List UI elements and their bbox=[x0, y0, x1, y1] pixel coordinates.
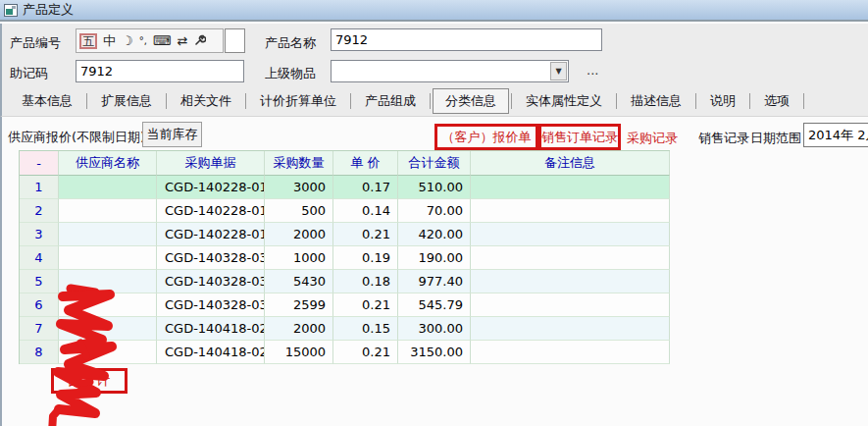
table-row[interactable]: 2 CGD-140228-01 500 0.14 70.00 bbox=[20, 199, 670, 223]
purchase-record-button[interactable]: 采购记录 bbox=[627, 130, 678, 147]
cell-note[interactable] bbox=[471, 341, 670, 364]
parent-item-combobox[interactable]: ▼ bbox=[331, 60, 569, 82]
product-no-field[interactable] bbox=[225, 28, 245, 53]
cell-amount[interactable]: 70.00 bbox=[398, 199, 471, 223]
table-row[interactable]: 3 CGD-140228-01 2000 0.21 420.00 bbox=[20, 223, 670, 246]
ime-swap-icon[interactable]: ⇄ bbox=[178, 34, 188, 47]
mnemonic-input[interactable] bbox=[76, 60, 244, 82]
tab-pricing-unit[interactable]: 计价折算单位 bbox=[248, 89, 348, 113]
col-header-supplier[interactable]: 供应商名称 bbox=[59, 151, 157, 176]
cell-row-number[interactable]: 1 bbox=[20, 176, 59, 199]
cell-doc[interactable]: CGD-140328-03 bbox=[157, 246, 265, 270]
tab-options[interactable]: 选项 bbox=[752, 89, 801, 113]
cell-row-number[interactable]: 3 bbox=[20, 223, 59, 246]
cell-amount[interactable]: 977.40 bbox=[398, 270, 471, 293]
ime-toolbar[interactable]: 五 中 ☽ °, ⌨ ⇄ bbox=[76, 28, 224, 53]
cell-row-number[interactable]: 2 bbox=[20, 199, 59, 223]
cell-note[interactable] bbox=[471, 293, 670, 317]
cell-supplier[interactable] bbox=[59, 317, 157, 341]
cell-note[interactable] bbox=[471, 270, 670, 293]
cell-note[interactable] bbox=[471, 199, 670, 223]
cell-doc[interactable]: CGD-140418-02 bbox=[157, 317, 265, 341]
cell-qty[interactable]: 1000 bbox=[265, 246, 333, 270]
ime-punctuation-icon[interactable]: °, bbox=[139, 36, 147, 46]
table-row[interactable]: 5 CGD-140328-03 5430 0.18 977.40 bbox=[20, 270, 670, 293]
cell-price[interactable]: 0.14 bbox=[333, 199, 398, 223]
ime-wubi-icon[interactable]: 五 bbox=[79, 33, 97, 49]
cell-qty[interactable]: 2000 bbox=[265, 317, 333, 341]
current-stock-button[interactable]: 当前库存 bbox=[142, 122, 202, 147]
cell-supplier[interactable] bbox=[59, 341, 157, 364]
cell-price[interactable]: 0.19 bbox=[333, 246, 398, 270]
cell-supplier[interactable] bbox=[59, 176, 157, 199]
cell-doc[interactable]: CGD-140328-03 bbox=[157, 270, 265, 293]
cell-qty[interactable]: 2599 bbox=[265, 293, 333, 317]
cell-qty[interactable]: 500 bbox=[265, 199, 333, 223]
ime-keyboard-icon[interactable]: ⌨ bbox=[153, 34, 172, 47]
cell-doc[interactable]: CGD-140418-02 bbox=[157, 341, 265, 364]
cell-qty[interactable]: 5430 bbox=[265, 270, 333, 293]
cell-qty[interactable]: 15000 bbox=[265, 341, 333, 364]
supplier-quote-button[interactable]: 供应商报价(不限制日期) bbox=[8, 129, 145, 146]
tab-description-info[interactable]: 描述信息 bbox=[619, 89, 693, 113]
product-name-input[interactable] bbox=[331, 28, 602, 51]
tab-entity-attributes[interactable]: 实体属性定义 bbox=[514, 89, 614, 113]
col-header-note[interactable]: 备注信息 bbox=[471, 151, 670, 176]
cell-price[interactable]: 0.21 bbox=[333, 341, 398, 364]
cell-qty[interactable]: 3000 bbox=[265, 176, 333, 199]
cell-supplier[interactable] bbox=[59, 293, 157, 317]
col-header-price[interactable]: 单 价 bbox=[333, 151, 398, 176]
cell-supplier[interactable] bbox=[59, 223, 157, 246]
cell-price[interactable]: 0.21 bbox=[333, 293, 398, 317]
sales-record-button[interactable]: 销售记录 bbox=[698, 130, 749, 147]
tab-basic-info[interactable]: 基本信息 bbox=[10, 89, 84, 113]
cell-price[interactable]: 0.21 bbox=[333, 223, 398, 246]
cell-row-number[interactable]: 8 bbox=[20, 341, 59, 364]
ime-chinese-mode-icon[interactable]: 中 bbox=[103, 34, 116, 47]
cell-price[interactable]: 0.17 bbox=[333, 176, 398, 199]
ime-halfwidth-moon-icon[interactable]: ☽ bbox=[122, 34, 133, 47]
table-row[interactable]: 8 CGD-140418-02 15000 0.21 3150.00 bbox=[20, 341, 670, 364]
cell-supplier[interactable] bbox=[59, 246, 157, 270]
cell-row-number[interactable]: 5 bbox=[20, 270, 59, 293]
chevron-down-icon[interactable]: ▼ bbox=[550, 62, 567, 80]
tab-extended-info[interactable]: 扩展信息 bbox=[89, 89, 164, 113]
cell-amount[interactable]: 300.00 bbox=[398, 317, 471, 341]
browse-button[interactable]: ... bbox=[587, 63, 598, 78]
cell-qty[interactable]: 2000 bbox=[265, 223, 333, 246]
tab-notes[interactable]: 说明 bbox=[698, 89, 747, 113]
cell-amount[interactable]: 3150.00 bbox=[398, 341, 471, 364]
ime-wrench-icon[interactable] bbox=[194, 34, 206, 48]
cell-amount[interactable]: 420.00 bbox=[398, 223, 471, 246]
col-header-doc[interactable]: 采购单据 bbox=[157, 151, 265, 176]
table-row[interactable]: 6 CGD-140328-03 2599 0.21 545.79 bbox=[20, 293, 670, 317]
cell-price[interactable]: 0.18 bbox=[333, 270, 398, 293]
cell-note[interactable] bbox=[471, 223, 670, 246]
tab-classification-info[interactable]: 分类信息 bbox=[433, 88, 509, 114]
cell-amount[interactable]: 510.00 bbox=[398, 176, 471, 199]
tab-product-composition[interactable]: 产品组成 bbox=[353, 89, 428, 113]
table-row[interactable]: 4 CGD-140328-03 1000 0.19 190.00 bbox=[20, 246, 670, 270]
col-header-amount[interactable]: 合计金额 bbox=[398, 151, 471, 176]
col-header-qty[interactable]: 采购数量 bbox=[265, 151, 333, 176]
cell-doc[interactable]: CGD-140228-01 bbox=[157, 223, 265, 246]
cell-note[interactable] bbox=[471, 317, 670, 341]
cell-row-number[interactable]: 7 bbox=[20, 317, 59, 341]
cell-supplier[interactable] bbox=[59, 270, 157, 293]
cell-note[interactable] bbox=[471, 176, 670, 199]
tab-related-files[interactable]: 相关文件 bbox=[169, 89, 243, 113]
table-row[interactable]: 1 CGD-140228-01 3000 0.17 510.00 bbox=[20, 176, 670, 199]
cell-amount[interactable]: 190.00 bbox=[398, 246, 471, 270]
cell-row-number[interactable]: 6 bbox=[20, 293, 59, 317]
cell-supplier[interactable] bbox=[59, 199, 157, 223]
cell-price[interactable]: 0.15 bbox=[333, 317, 398, 341]
cell-amount[interactable]: 545.79 bbox=[398, 293, 471, 317]
date-range-input[interactable]: 2014年 2月 bbox=[803, 123, 868, 147]
sales-order-record-button[interactable]: 销售订单记录 bbox=[538, 124, 621, 150]
cell-doc[interactable]: CGD-140328-03 bbox=[157, 293, 265, 317]
customer-quote-button[interactable]: （客户）报价单 bbox=[434, 124, 538, 150]
col-header-marker[interactable]: - bbox=[20, 151, 59, 176]
cell-doc[interactable]: CGD-140228-01 bbox=[157, 199, 265, 223]
cell-note[interactable] bbox=[471, 246, 670, 270]
cell-doc[interactable]: CGD-140228-01 bbox=[157, 176, 265, 199]
